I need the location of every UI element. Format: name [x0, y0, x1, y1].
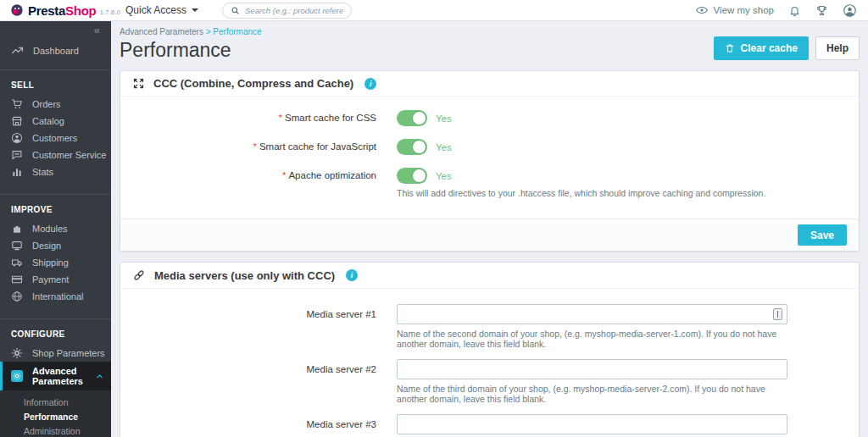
main-content: Advanced Parameters > Performance Perfor…: [111, 21, 868, 437]
prestashop-logo-icon: [10, 3, 24, 17]
help-button[interactable]: Help: [815, 36, 860, 60]
breadcrumb-parent[interactable]: Advanced Parameters: [120, 27, 203, 36]
media-panel-title: Media servers (use only with CCC): [154, 269, 335, 282]
submenu-item-information[interactable]: Information: [0, 395, 111, 409]
submenu-item-administration[interactable]: Administration: [0, 423, 111, 437]
toggle-state-label: Yes: [436, 113, 452, 124]
chevron-down-icon: [192, 8, 198, 12]
monitor-icon: [11, 240, 23, 252]
gear-square-icon: [11, 370, 23, 382]
ccc-panel-footer: Save: [120, 218, 859, 251]
field-help-text: This will add directives to your .htacce…: [397, 188, 845, 198]
sidebar-item-design[interactable]: Design: [0, 237, 111, 254]
prestashop-admin: PrestaShop 1.7.8.0 Quick Access View my …: [0, 0, 868, 437]
clear-cache-button[interactable]: Clear cache: [714, 36, 809, 60]
toggle-state-label: Yes: [436, 171, 452, 181]
ccc-panel-header: CCC (Combine, Compress and Cache) i: [120, 71, 859, 97]
field-label: *Smart cache for JavaScript: [134, 139, 376, 155]
quick-access-menu[interactable]: Quick Access: [125, 4, 198, 16]
submenu-item-performance[interactable]: Performance: [0, 409, 111, 423]
puzzle-icon: [11, 223, 23, 235]
sidebar-item-customers[interactable]: Customers: [0, 130, 111, 147]
sidebar-item-stats[interactable]: Stats: [0, 163, 111, 180]
truck-icon: [11, 257, 23, 268]
gear-icon: [11, 347, 23, 359]
form-row-media-server-3: Media server #3 Name of the fourth domai…: [134, 414, 845, 437]
sidebar-item-dashboard[interactable]: Dashboard: [0, 36, 111, 69]
section-title-sell: SELL: [0, 70, 111, 96]
header-right-cluster: View my shop: [695, 3, 868, 18]
field-help-text: Name of the third domain of your shop, (…: [397, 384, 787, 404]
sidebar-item-shipping[interactable]: Shipping: [0, 254, 111, 271]
section-title-configure: CONFIGURE: [0, 319, 111, 345]
info-icon[interactable]: i: [364, 78, 376, 90]
expand-arrows-icon: [132, 77, 145, 90]
required-mark: *: [282, 170, 286, 180]
search-icon: [231, 6, 240, 15]
section-title-improve: IMPROVE: [0, 195, 111, 220]
credit-card-icon: [11, 274, 23, 285]
field-label: *Apache optimization: [134, 168, 376, 198]
sidebar-item-shop-parameters[interactable]: Shop Parameters: [0, 345, 111, 362]
smart-cache-js-toggle[interactable]: [397, 139, 427, 155]
trophy-icon[interactable]: [815, 4, 828, 17]
ccc-panel: CCC (Combine, Compress and Cache) i *Sma…: [120, 70, 860, 252]
info-icon[interactable]: i: [346, 269, 358, 281]
view-my-shop-link[interactable]: View my shop: [695, 3, 774, 17]
required-mark: *: [253, 141, 256, 152]
notifications-bell-icon[interactable]: [788, 4, 801, 17]
cart-icon: [11, 98, 23, 110]
advanced-parameters-submenu: Information Performance Administration E…: [0, 390, 111, 437]
eye-icon: [695, 3, 709, 17]
trash-icon: [725, 43, 735, 53]
smart-cache-css-toggle[interactable]: [397, 110, 427, 126]
ccc-panel-body: *Smart cache for CSS Yes *Smart cache fo…: [120, 97, 859, 218]
breadcrumb-separator: >: [206, 27, 211, 36]
form-row-smart-cache-css: *Smart cache for CSS Yes: [134, 110, 845, 126]
sidebar-item-orders[interactable]: Orders: [0, 96, 111, 113]
media-server-1-input[interactable]: [397, 304, 787, 324]
sidebar-item-catalog[interactable]: Catalog: [0, 113, 111, 130]
sidebar-collapse-icon[interactable]: «: [0, 21, 111, 36]
media-panel-body: Media server #1 Name of the second domai…: [120, 289, 859, 437]
toggle-state-label: Yes: [436, 142, 452, 152]
form-row-media-server-1: Media server #1 Name of the second domai…: [134, 304, 845, 349]
search-input[interactable]: [245, 6, 343, 15]
save-button[interactable]: Save: [798, 224, 847, 246]
field-help-text: Name of the second domain of your shop, …: [397, 329, 787, 349]
globe-icon: [11, 290, 23, 302]
prestashop-logo[interactable]: PrestaShop 1.7.8.0: [0, 3, 119, 18]
sidebar: « Dashboard SELL Orders Catalog Custo: [0, 21, 111, 437]
required-mark: *: [279, 113, 282, 123]
field-label: Media server #1: [134, 304, 376, 349]
bar-chart-icon: [11, 166, 23, 178]
global-search: [222, 3, 352, 19]
form-row-media-server-2: Media server #2 Name of the third domain…: [134, 359, 845, 404]
breadcrumb-current[interactable]: Performance: [213, 27, 261, 36]
form-row-smart-cache-js: *Smart cache for JavaScript Yes: [134, 139, 845, 155]
sidebar-item-modules[interactable]: Modules: [0, 220, 111, 237]
store-icon: [11, 115, 23, 127]
sidebar-item-international[interactable]: International: [0, 288, 111, 305]
input-addon-icon[interactable]: [773, 308, 782, 320]
trend-up-icon: [11, 44, 24, 57]
version-label: 1.7.8.0: [99, 8, 120, 16]
field-label: *Smart cache for CSS: [134, 110, 376, 126]
top-header-bar: PrestaShop 1.7.8.0 Quick Access View my …: [0, 0, 868, 21]
person-icon: [11, 132, 23, 144]
avatar-icon[interactable]: [843, 3, 857, 18]
apache-optimization-toggle[interactable]: [397, 168, 427, 184]
brand-name: PrestaShop: [28, 3, 96, 18]
page-header-actions: Clear cache Help: [714, 36, 860, 60]
sidebar-item-payment[interactable]: Payment: [0, 271, 111, 288]
sidebar-item-advanced-parameters[interactable]: Advanced Parameters: [0, 362, 111, 390]
media-servers-panel: Media servers (use only with CCC) i Medi…: [120, 262, 860, 437]
media-server-2-input[interactable]: [397, 359, 787, 379]
field-label: Media server #3: [134, 414, 376, 437]
breadcrumb: Advanced Parameters > Performance: [120, 27, 860, 36]
field-label: Media server #2: [134, 359, 376, 404]
media-server-3-input[interactable]: [397, 414, 787, 434]
sidebar-item-customer-service[interactable]: Customer Service: [0, 147, 111, 163]
ccc-panel-title: CCC (Combine, Compress and Cache): [153, 77, 353, 90]
link-icon: [132, 268, 146, 282]
